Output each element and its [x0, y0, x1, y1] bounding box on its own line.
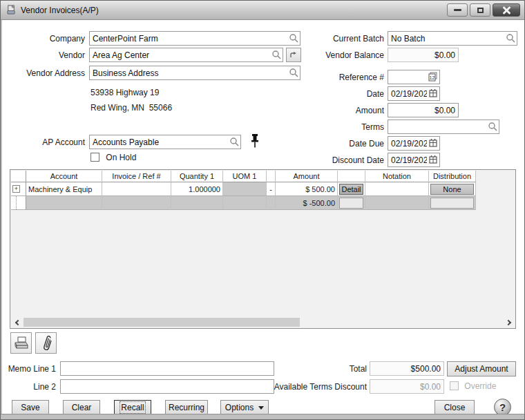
- printer-icon: [14, 336, 29, 350]
- minimize-button[interactable]: [447, 3, 468, 17]
- options-button[interactable]: Options: [220, 400, 269, 415]
- reference-label: Reference #: [265, 73, 384, 82]
- scrollbar-track[interactable]: [22, 317, 504, 327]
- on-hold-row: On Hold: [90, 153, 136, 162]
- available-terms-discount-value: [370, 379, 444, 394]
- vendor-label: Vendor: [2, 50, 85, 60]
- row2-account: [26, 196, 102, 210]
- tree-line: [16, 196, 17, 209]
- vendor-balance-label: Vendor Balance: [265, 50, 384, 60]
- table-row: $ -500.00: [11, 196, 476, 210]
- col-dash: [267, 171, 276, 182]
- row2-distribution-placeholder: [430, 198, 474, 209]
- attachment-button[interactable]: [35, 332, 57, 354]
- current-batch-field-wrap: [388, 31, 517, 46]
- close-icon: [502, 6, 510, 15]
- scroll-right-button[interactable]: [504, 317, 515, 327]
- total-field-wrap: [370, 361, 444, 376]
- current-batch-lookup-icon[interactable]: [506, 33, 515, 43]
- horizontal-scrollbar[interactable]: [11, 317, 515, 327]
- override-checkbox: [450, 381, 459, 390]
- ap-account-input[interactable]: [89, 135, 241, 149]
- memo-line1-input[interactable]: [60, 361, 274, 376]
- row2-invoice-ref: [102, 196, 171, 210]
- col-notation: Notation: [365, 171, 429, 182]
- calendar-icon[interactable]: [428, 88, 438, 98]
- vendor-address-label: Vendor Address: [2, 68, 85, 78]
- memo-line2-input[interactable]: [60, 379, 274, 394]
- on-hold-checkbox[interactable]: [90, 153, 99, 162]
- dropdown-arrow-icon: [258, 406, 264, 410]
- date-label: Date: [265, 89, 384, 99]
- window-title: Vendor Invoices(A/P): [21, 6, 99, 15]
- save-button[interactable]: Save: [12, 400, 49, 415]
- expand-row-icon[interactable]: +: [12, 185, 20, 193]
- clear-button[interactable]: Clear: [63, 400, 100, 415]
- row1-quantity[interactable]: 1.000000: [171, 182, 223, 196]
- discount-date-field-wrap: [388, 153, 440, 167]
- row2-notation: [365, 196, 429, 210]
- ap-account-lookup-icon[interactable]: [229, 137, 239, 146]
- recurring-button[interactable]: Recurring: [165, 400, 208, 415]
- col-detail: [338, 171, 365, 182]
- col-uom: UOM 1: [223, 171, 267, 182]
- scroll-left-button[interactable]: [11, 317, 22, 327]
- restore-button[interactable]: [470, 3, 490, 17]
- row1-distribution-cell: None: [429, 182, 476, 196]
- amount-field-wrap: [388, 103, 459, 117]
- row2-selector-cell: [11, 196, 26, 210]
- row1-invoice-ref[interactable]: [102, 182, 171, 196]
- row1-uom: [223, 182, 267, 196]
- sequence-number-icon[interactable]: 12: [428, 72, 438, 82]
- terms-field-wrap: [388, 120, 499, 134]
- row1-account[interactable]: Machinery & Equip: [26, 182, 102, 196]
- recall-button[interactable]: Recall: [114, 400, 151, 415]
- grid-header: Account Invoice / Ref # Quantity 1 UOM 1…: [11, 171, 476, 182]
- row2-uom: [223, 196, 267, 210]
- current-batch-label: Current Batch: [265, 34, 384, 44]
- close-window-button[interactable]: [493, 3, 520, 17]
- restore-icon: [477, 8, 484, 13]
- scrollbar-thumb[interactable]: [23, 318, 300, 327]
- titlebar: Vendor Invoices(A/P): [1, 1, 524, 20]
- pin-icon[interactable]: [249, 133, 260, 149]
- col-account: Account: [26, 171, 102, 182]
- chevron-left-icon: [15, 319, 20, 325]
- discount-date-calendar-icon[interactable]: [428, 155, 438, 164]
- address-line2: Red Wing, MN 55066: [90, 103, 172, 113]
- close-button[interactable]: Close: [435, 400, 475, 415]
- vendor-invoices-window: Vendor Invoices(A/P) Company Vendor Vend…: [0, 0, 525, 420]
- amount-input[interactable]: [388, 103, 459, 117]
- app-icon: [6, 5, 17, 15]
- vendor-balance-value: [388, 48, 459, 62]
- available-terms-discount-label: Available Terms Discount: [251, 382, 367, 392]
- date-due-calendar-icon[interactable]: [428, 138, 438, 148]
- col-amount: Amount: [276, 171, 338, 182]
- vendor-balance-field-wrap: [388, 48, 459, 62]
- vendor-input[interactable]: [89, 48, 283, 62]
- date-due-field-wrap: [388, 136, 440, 151]
- row2-distribution-cell: [429, 196, 476, 210]
- terms-input[interactable]: [388, 120, 499, 134]
- svg-text:12: 12: [430, 75, 435, 80]
- row1-notation[interactable]: [365, 182, 429, 196]
- detail-button[interactable]: Detail: [339, 184, 363, 195]
- ap-account-field-wrap: [89, 135, 241, 149]
- recall-label: Recall: [121, 403, 144, 412]
- amount-label: Amount: [265, 106, 384, 115]
- adjust-amount-button[interactable]: Adjust Amount: [447, 361, 516, 376]
- distribution-button[interactable]: None: [430, 184, 474, 195]
- date-due-label: Date Due: [265, 139, 384, 149]
- current-batch-input[interactable]: [388, 31, 517, 46]
- terms-lookup-icon[interactable]: [488, 122, 497, 131]
- save-label: Save: [21, 403, 39, 412]
- chevron-right-icon: [505, 319, 510, 325]
- row1-dash: -: [267, 182, 276, 196]
- row2-detail-placeholder: [339, 198, 363, 209]
- clear-label: Clear: [72, 403, 92, 412]
- row1-amount[interactable]: $ 500.00: [276, 182, 338, 196]
- recurring-label: Recurring: [169, 403, 204, 412]
- dialog-body: Company Vendor Vendor Address 53938 High…: [2, 20, 524, 415]
- print-button[interactable]: [10, 332, 32, 354]
- col-distribution: Distribution: [429, 171, 476, 182]
